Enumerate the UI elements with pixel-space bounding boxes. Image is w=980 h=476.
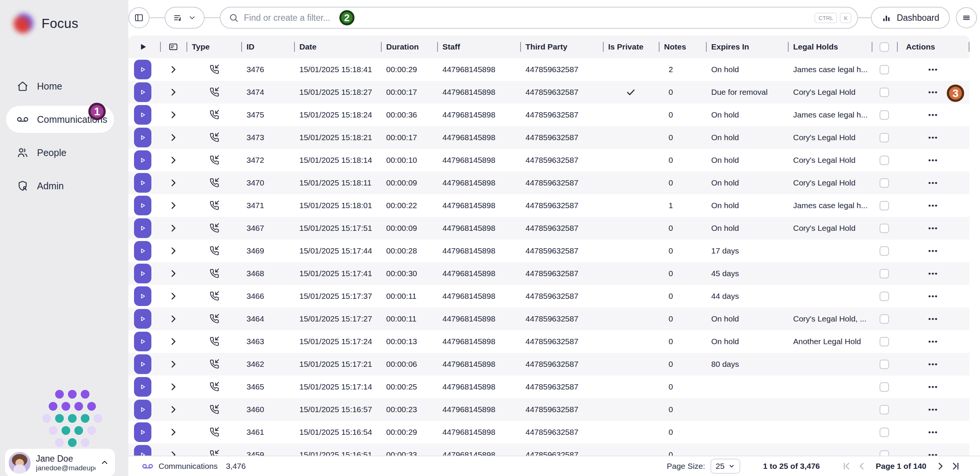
row-checkbox[interactable] <box>880 428 889 437</box>
header-card-view-column[interactable] <box>160 35 186 58</box>
row-actions-button[interactable]: ••• <box>928 156 938 165</box>
expand-row-button[interactable] <box>160 110 186 120</box>
play-button[interactable] <box>134 150 151 170</box>
row-actions-button[interactable]: ••• <box>928 292 938 300</box>
play-button[interactable] <box>134 105 151 125</box>
expand-row-button[interactable] <box>160 65 186 74</box>
row-checkbox[interactable] <box>880 88 889 97</box>
expand-row-button[interactable] <box>160 382 186 392</box>
play-button[interactable] <box>134 128 151 147</box>
row-checkbox[interactable] <box>880 133 889 142</box>
menu-button[interactable] <box>956 7 977 28</box>
row-checkbox[interactable] <box>880 110 889 120</box>
expand-row-button[interactable] <box>160 223 186 233</box>
row-checkbox[interactable] <box>880 292 889 301</box>
row-checkbox[interactable] <box>880 314 889 324</box>
play-button[interactable] <box>134 422 151 442</box>
play-button[interactable] <box>134 377 151 397</box>
row-checkbox[interactable] <box>880 269 889 278</box>
first-page-button[interactable] <box>842 461 852 471</box>
row-actions-button[interactable]: ••• <box>928 201 938 210</box>
row-checkbox[interactable] <box>880 156 889 165</box>
row-actions-button[interactable]: ••• <box>928 88 938 96</box>
expand-row-button[interactable] <box>160 87 186 97</box>
row-actions-button[interactable]: ••• <box>928 451 938 455</box>
sidebar-toggle-button[interactable] <box>128 7 150 28</box>
row-actions-button[interactable]: ••• <box>928 65 938 73</box>
expand-row-button[interactable] <box>160 291 186 301</box>
row-actions-button[interactable]: ••• <box>928 360 938 368</box>
row-actions-button[interactable]: ••• <box>928 133 938 142</box>
user-profile-card[interactable]: Jane Doe janedoe@madeupe... <box>5 449 115 476</box>
row-checkbox[interactable] <box>880 359 889 369</box>
row-actions-button[interactable]: ••• <box>928 224 938 232</box>
header-is-private[interactable]: Is Private <box>603 35 659 58</box>
filter-menu-button[interactable] <box>165 7 205 29</box>
sidebar-item-home[interactable]: Home <box>0 70 128 103</box>
play-button[interactable] <box>134 196 151 215</box>
play-button[interactable] <box>134 60 151 79</box>
play-button[interactable] <box>134 355 151 374</box>
header-type[interactable]: Type <box>186 35 241 58</box>
row-checkbox[interactable] <box>880 224 889 233</box>
header-third-party[interactable]: Third Party <box>520 35 603 58</box>
expand-row-button[interactable] <box>160 359 186 369</box>
play-button[interactable] <box>134 241 151 261</box>
row-actions-button[interactable]: ••• <box>928 111 938 119</box>
header-date[interactable]: Date <box>294 35 381 58</box>
date-cell: 15/01/2025 15:17:51 <box>294 224 381 233</box>
row-checkbox[interactable] <box>880 65 889 74</box>
next-page-button[interactable] <box>935 461 945 471</box>
row-actions-button[interactable]: ••• <box>928 383 938 391</box>
expand-row-button[interactable] <box>160 337 186 347</box>
header-id[interactable]: ID <box>241 35 294 58</box>
play-button[interactable] <box>134 218 151 238</box>
header-duration[interactable]: Duration <box>381 35 437 58</box>
row-actions-button[interactable]: ••• <box>928 247 938 255</box>
chevron-up-icon[interactable] <box>100 458 109 467</box>
header-staff[interactable]: Staff <box>437 35 520 58</box>
play-button[interactable] <box>134 445 151 455</box>
expand-row-button[interactable] <box>160 314 186 324</box>
row-actions-button[interactable]: ••• <box>928 315 938 323</box>
page-size-select[interactable]: 25 <box>711 458 740 474</box>
sidebar-item-people[interactable]: People <box>0 136 128 169</box>
expand-row-button[interactable] <box>160 201 186 211</box>
expand-row-button[interactable] <box>160 155 186 165</box>
sidebar-item-admin[interactable]: Admin <box>0 169 128 203</box>
row-actions-button[interactable]: ••• <box>928 269 938 278</box>
row-checkbox[interactable] <box>880 405 889 414</box>
row-checkbox[interactable] <box>880 178 889 188</box>
header-expires-in[interactable]: Expires In <box>706 35 788 58</box>
row-checkbox[interactable] <box>880 201 889 211</box>
play-button[interactable] <box>134 82 151 102</box>
play-button[interactable] <box>134 309 151 329</box>
filter-search-input[interactable]: Find or create a filter... 2 CTRL K <box>220 7 858 29</box>
dashboard-button[interactable]: Dashboard <box>871 7 950 29</box>
row-checkbox[interactable] <box>880 450 889 456</box>
expand-row-button[interactable] <box>160 268 186 278</box>
expand-row-button[interactable] <box>160 246 186 256</box>
header-notes[interactable]: Notes <box>659 35 706 58</box>
header-legal-holds[interactable]: Legal Holds <box>788 35 872 58</box>
last-page-button[interactable] <box>951 461 960 471</box>
select-all-checkbox[interactable] <box>880 42 889 52</box>
play-button[interactable] <box>134 332 151 351</box>
row-checkbox[interactable] <box>880 337 889 347</box>
play-button[interactable] <box>134 286 151 306</box>
play-button[interactable] <box>134 400 151 419</box>
row-actions-button[interactable]: ••• <box>928 405 938 414</box>
play-button[interactable] <box>134 264 151 283</box>
expand-row-button[interactable] <box>160 133 186 142</box>
row-checkbox[interactable] <box>880 382 889 392</box>
row-actions-button[interactable]: ••• <box>928 337 938 346</box>
expand-row-button[interactable] <box>160 178 186 188</box>
play-button[interactable] <box>134 173 151 193</box>
expand-row-button[interactable] <box>160 450 186 455</box>
row-checkbox[interactable] <box>880 246 889 256</box>
row-actions-button[interactable]: ••• <box>928 428 938 436</box>
expand-row-button[interactable] <box>160 404 186 414</box>
prev-page-button[interactable] <box>857 461 867 471</box>
expand-row-button[interactable] <box>160 427 186 437</box>
row-actions-button[interactable]: ••• <box>928 179 938 187</box>
